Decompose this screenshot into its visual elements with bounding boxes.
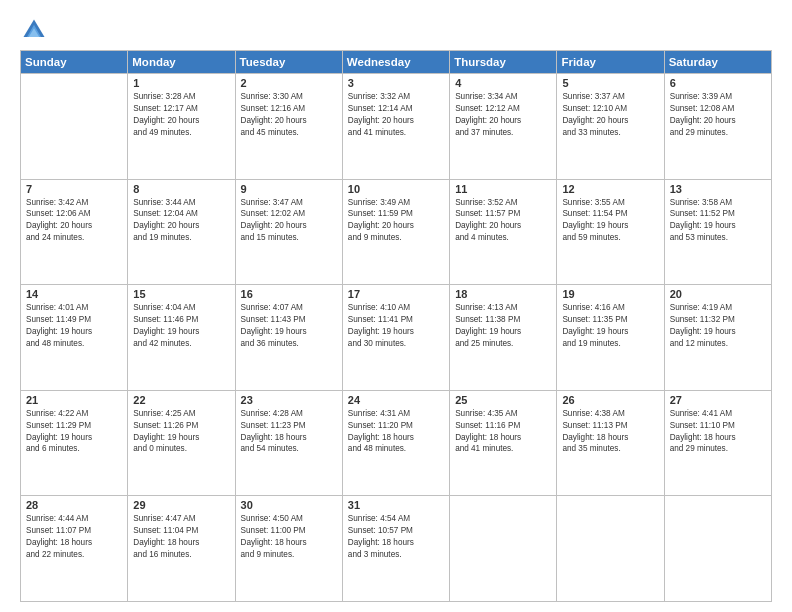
calendar-cell: 15Sunrise: 4:04 AM Sunset: 11:46 PM Dayl… — [128, 285, 235, 391]
day-number: 17 — [348, 288, 444, 300]
day-number: 22 — [133, 394, 229, 406]
day-info: Sunrise: 3:39 AM Sunset: 12:08 AM Daylig… — [670, 91, 766, 139]
day-number: 25 — [455, 394, 551, 406]
day-info: Sunrise: 4:16 AM Sunset: 11:35 PM Daylig… — [562, 302, 658, 350]
calendar-week-row: 14Sunrise: 4:01 AM Sunset: 11:49 PM Dayl… — [21, 285, 772, 391]
day-number: 15 — [133, 288, 229, 300]
day-info: Sunrise: 4:35 AM Sunset: 11:16 PM Daylig… — [455, 408, 551, 456]
day-info: Sunrise: 3:49 AM Sunset: 11:59 PM Daylig… — [348, 197, 444, 245]
day-info: Sunrise: 3:30 AM Sunset: 12:16 AM Daylig… — [241, 91, 337, 139]
calendar-cell: 13Sunrise: 3:58 AM Sunset: 11:52 PM Dayl… — [664, 179, 771, 285]
day-number: 11 — [455, 183, 551, 195]
day-number: 20 — [670, 288, 766, 300]
page: SundayMondayTuesdayWednesdayThursdayFrid… — [0, 0, 792, 612]
day-info: Sunrise: 4:31 AM Sunset: 11:20 PM Daylig… — [348, 408, 444, 456]
col-header-monday: Monday — [128, 51, 235, 74]
day-number: 19 — [562, 288, 658, 300]
logo-icon — [20, 16, 48, 44]
calendar-week-row: 7Sunrise: 3:42 AM Sunset: 12:06 AM Dayli… — [21, 179, 772, 285]
day-info: Sunrise: 3:37 AM Sunset: 12:10 AM Daylig… — [562, 91, 658, 139]
day-info: Sunrise: 3:52 AM Sunset: 11:57 PM Daylig… — [455, 197, 551, 245]
calendar-cell: 2Sunrise: 3:30 AM Sunset: 12:16 AM Dayli… — [235, 74, 342, 180]
calendar-cell: 1Sunrise: 3:28 AM Sunset: 12:17 AM Dayli… — [128, 74, 235, 180]
calendar-cell: 31Sunrise: 4:54 AM Sunset: 10:57 PM Dayl… — [342, 496, 449, 602]
calendar-cell: 22Sunrise: 4:25 AM Sunset: 11:26 PM Dayl… — [128, 390, 235, 496]
day-number: 7 — [26, 183, 122, 195]
calendar-cell: 19Sunrise: 4:16 AM Sunset: 11:35 PM Dayl… — [557, 285, 664, 391]
calendar-cell: 10Sunrise: 3:49 AM Sunset: 11:59 PM Dayl… — [342, 179, 449, 285]
calendar-cell: 11Sunrise: 3:52 AM Sunset: 11:57 PM Dayl… — [450, 179, 557, 285]
calendar-header-row: SundayMondayTuesdayWednesdayThursdayFrid… — [21, 51, 772, 74]
day-info: Sunrise: 4:25 AM Sunset: 11:26 PM Daylig… — [133, 408, 229, 456]
calendar-cell: 9Sunrise: 3:47 AM Sunset: 12:02 AM Dayli… — [235, 179, 342, 285]
calendar-cell — [664, 496, 771, 602]
day-info: Sunrise: 3:32 AM Sunset: 12:14 AM Daylig… — [348, 91, 444, 139]
calendar-table: SundayMondayTuesdayWednesdayThursdayFrid… — [20, 50, 772, 602]
calendar-cell: 12Sunrise: 3:55 AM Sunset: 11:54 PM Dayl… — [557, 179, 664, 285]
day-number: 16 — [241, 288, 337, 300]
day-number: 14 — [26, 288, 122, 300]
day-number: 18 — [455, 288, 551, 300]
day-info: Sunrise: 4:44 AM Sunset: 11:07 PM Daylig… — [26, 513, 122, 561]
day-number: 8 — [133, 183, 229, 195]
calendar-cell — [21, 74, 128, 180]
logo — [20, 16, 52, 44]
calendar-cell: 8Sunrise: 3:44 AM Sunset: 12:04 AM Dayli… — [128, 179, 235, 285]
calendar-cell: 27Sunrise: 4:41 AM Sunset: 11:10 PM Dayl… — [664, 390, 771, 496]
day-info: Sunrise: 3:28 AM Sunset: 12:17 AM Daylig… — [133, 91, 229, 139]
day-info: Sunrise: 3:55 AM Sunset: 11:54 PM Daylig… — [562, 197, 658, 245]
day-number: 27 — [670, 394, 766, 406]
day-info: Sunrise: 3:47 AM Sunset: 12:02 AM Daylig… — [241, 197, 337, 245]
calendar-cell: 26Sunrise: 4:38 AM Sunset: 11:13 PM Dayl… — [557, 390, 664, 496]
col-header-wednesday: Wednesday — [342, 51, 449, 74]
calendar-cell: 30Sunrise: 4:50 AM Sunset: 11:00 PM Dayl… — [235, 496, 342, 602]
calendar-cell — [450, 496, 557, 602]
day-info: Sunrise: 4:13 AM Sunset: 11:38 PM Daylig… — [455, 302, 551, 350]
col-header-tuesday: Tuesday — [235, 51, 342, 74]
calendar-cell: 20Sunrise: 4:19 AM Sunset: 11:32 PM Dayl… — [664, 285, 771, 391]
day-number: 2 — [241, 77, 337, 89]
day-number: 6 — [670, 77, 766, 89]
calendar-cell: 23Sunrise: 4:28 AM Sunset: 11:23 PM Dayl… — [235, 390, 342, 496]
day-number: 23 — [241, 394, 337, 406]
day-number: 21 — [26, 394, 122, 406]
calendar-cell: 3Sunrise: 3:32 AM Sunset: 12:14 AM Dayli… — [342, 74, 449, 180]
day-info: Sunrise: 4:01 AM Sunset: 11:49 PM Daylig… — [26, 302, 122, 350]
day-number: 26 — [562, 394, 658, 406]
day-info: Sunrise: 4:19 AM Sunset: 11:32 PM Daylig… — [670, 302, 766, 350]
day-number: 30 — [241, 499, 337, 511]
calendar-cell: 29Sunrise: 4:47 AM Sunset: 11:04 PM Dayl… — [128, 496, 235, 602]
day-number: 24 — [348, 394, 444, 406]
day-info: Sunrise: 4:28 AM Sunset: 11:23 PM Daylig… — [241, 408, 337, 456]
day-info: Sunrise: 4:41 AM Sunset: 11:10 PM Daylig… — [670, 408, 766, 456]
day-number: 28 — [26, 499, 122, 511]
day-number: 9 — [241, 183, 337, 195]
day-info: Sunrise: 3:42 AM Sunset: 12:06 AM Daylig… — [26, 197, 122, 245]
day-number: 5 — [562, 77, 658, 89]
day-number: 31 — [348, 499, 444, 511]
day-number: 29 — [133, 499, 229, 511]
day-info: Sunrise: 4:54 AM Sunset: 10:57 PM Daylig… — [348, 513, 444, 561]
calendar-cell: 21Sunrise: 4:22 AM Sunset: 11:29 PM Dayl… — [21, 390, 128, 496]
calendar-cell: 16Sunrise: 4:07 AM Sunset: 11:43 PM Dayl… — [235, 285, 342, 391]
day-info: Sunrise: 4:50 AM Sunset: 11:00 PM Daylig… — [241, 513, 337, 561]
calendar-cell: 4Sunrise: 3:34 AM Sunset: 12:12 AM Dayli… — [450, 74, 557, 180]
calendar-cell: 14Sunrise: 4:01 AM Sunset: 11:49 PM Dayl… — [21, 285, 128, 391]
day-info: Sunrise: 4:07 AM Sunset: 11:43 PM Daylig… — [241, 302, 337, 350]
day-info: Sunrise: 4:04 AM Sunset: 11:46 PM Daylig… — [133, 302, 229, 350]
calendar-week-row: 21Sunrise: 4:22 AM Sunset: 11:29 PM Dayl… — [21, 390, 772, 496]
day-info: Sunrise: 4:10 AM Sunset: 11:41 PM Daylig… — [348, 302, 444, 350]
col-header-sunday: Sunday — [21, 51, 128, 74]
day-info: Sunrise: 4:22 AM Sunset: 11:29 PM Daylig… — [26, 408, 122, 456]
col-header-friday: Friday — [557, 51, 664, 74]
day-info: Sunrise: 3:58 AM Sunset: 11:52 PM Daylig… — [670, 197, 766, 245]
day-info: Sunrise: 3:44 AM Sunset: 12:04 AM Daylig… — [133, 197, 229, 245]
calendar-cell: 6Sunrise: 3:39 AM Sunset: 12:08 AM Dayli… — [664, 74, 771, 180]
day-info: Sunrise: 4:38 AM Sunset: 11:13 PM Daylig… — [562, 408, 658, 456]
day-info: Sunrise: 4:47 AM Sunset: 11:04 PM Daylig… — [133, 513, 229, 561]
calendar-cell: 25Sunrise: 4:35 AM Sunset: 11:16 PM Dayl… — [450, 390, 557, 496]
day-number: 4 — [455, 77, 551, 89]
calendar-cell: 24Sunrise: 4:31 AM Sunset: 11:20 PM Dayl… — [342, 390, 449, 496]
day-number: 1 — [133, 77, 229, 89]
col-header-saturday: Saturday — [664, 51, 771, 74]
